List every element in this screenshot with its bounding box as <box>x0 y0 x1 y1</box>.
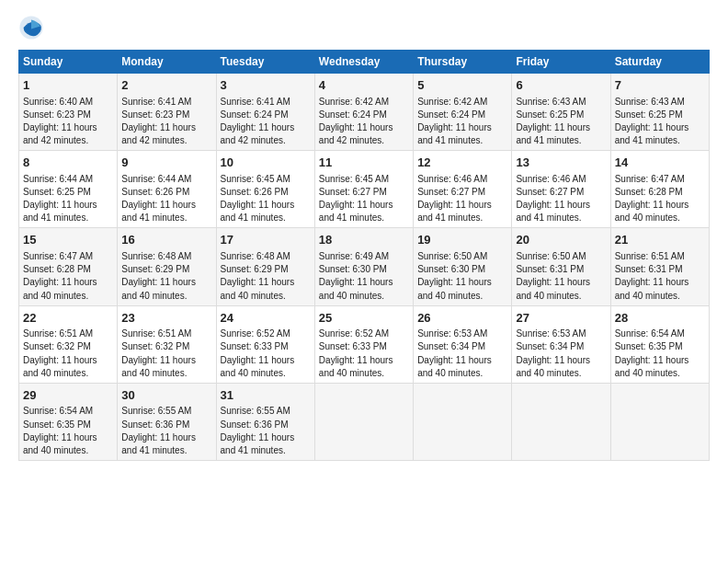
calendar-cell <box>414 383 512 460</box>
calendar-cell: 3Sunrise: 6:41 AMSunset: 6:24 PMDaylight… <box>216 74 314 151</box>
logo-icon <box>18 15 44 40</box>
header-row: SundayMondayTuesdayWednesdayThursdayFrid… <box>19 51 710 74</box>
day-number: 4 <box>319 77 409 94</box>
calendar-cell: 20Sunrise: 6:50 AMSunset: 6:31 PMDayligh… <box>512 228 610 305</box>
day-number: 28 <box>615 310 705 327</box>
day-number: 5 <box>417 77 507 94</box>
day-number: 14 <box>615 155 705 171</box>
day-number: 20 <box>516 232 606 248</box>
header-cell-monday: Monday <box>118 51 216 74</box>
calendar-cell: 30Sunrise: 6:55 AMSunset: 6:36 PMDayligh… <box>118 383 216 460</box>
calendar-cell: 13Sunrise: 6:46 AMSunset: 6:27 PMDayligh… <box>512 151 610 228</box>
day-number: 12 <box>417 155 507 171</box>
day-number: 16 <box>121 232 211 248</box>
day-number: 24 <box>221 310 311 327</box>
calendar-cell: 10Sunrise: 6:45 AMSunset: 6:26 PMDayligh… <box>216 151 314 228</box>
calendar-cell <box>314 383 413 460</box>
calendar-cell: 8Sunrise: 6:44 AMSunset: 6:25 PMDaylight… <box>19 151 118 228</box>
day-number: 8 <box>23 155 113 171</box>
cell-info: Sunrise: 6:55 AMSunset: 6:36 PMDaylight:… <box>221 406 295 455</box>
header-cell-thursday: Thursday <box>414 51 512 74</box>
day-number: 18 <box>319 232 409 248</box>
cell-info: Sunrise: 6:44 AMSunset: 6:26 PMDaylight:… <box>121 174 196 224</box>
cell-info: Sunrise: 6:45 AMSunset: 6:27 PMDaylight:… <box>319 174 393 224</box>
calendar-cell: 16Sunrise: 6:48 AMSunset: 6:29 PMDayligh… <box>118 228 216 305</box>
day-number: 15 <box>23 232 113 248</box>
calendar-cell: 4Sunrise: 6:42 AMSunset: 6:24 PMDaylight… <box>314 74 413 151</box>
calendar-table: SundayMondayTuesdayWednesdayThursdayFrid… <box>18 50 710 461</box>
calendar-cell: 23Sunrise: 6:51 AMSunset: 6:32 PMDayligh… <box>118 305 216 383</box>
calendar-cell <box>512 383 610 460</box>
calendar-cell: 9Sunrise: 6:44 AMSunset: 6:26 PMDaylight… <box>118 151 216 228</box>
week-row-5: 29Sunrise: 6:54 AMSunset: 6:35 PMDayligh… <box>19 383 710 460</box>
calendar-cell: 2Sunrise: 6:41 AMSunset: 6:23 PMDaylight… <box>118 74 216 151</box>
cell-info: Sunrise: 6:48 AMSunset: 6:29 PMDaylight:… <box>221 251 295 301</box>
cell-info: Sunrise: 6:52 AMSunset: 6:33 PMDaylight:… <box>221 328 295 378</box>
day-number: 11 <box>319 155 409 171</box>
calendar-cell: 19Sunrise: 6:50 AMSunset: 6:30 PMDayligh… <box>414 228 512 305</box>
cell-info: Sunrise: 6:49 AMSunset: 6:30 PMDaylight:… <box>319 251 393 301</box>
day-number: 7 <box>615 77 705 94</box>
cell-info: Sunrise: 6:52 AMSunset: 6:33 PMDaylight:… <box>319 328 393 378</box>
day-number: 3 <box>221 77 311 94</box>
day-number: 2 <box>121 77 211 94</box>
calendar-cell: 12Sunrise: 6:46 AMSunset: 6:27 PMDayligh… <box>414 151 512 228</box>
day-number: 17 <box>221 232 311 248</box>
cell-info: Sunrise: 6:43 AMSunset: 6:25 PMDaylight:… <box>615 97 689 146</box>
day-number: 13 <box>516 155 606 171</box>
calendar-cell <box>610 383 709 460</box>
cell-info: Sunrise: 6:42 AMSunset: 6:24 PMDaylight:… <box>417 97 492 146</box>
calendar-cell: 18Sunrise: 6:49 AMSunset: 6:30 PMDayligh… <box>314 228 413 305</box>
week-row-3: 15Sunrise: 6:47 AMSunset: 6:28 PMDayligh… <box>19 228 710 305</box>
day-number: 29 <box>23 387 113 404</box>
week-row-4: 22Sunrise: 6:51 AMSunset: 6:32 PMDayligh… <box>19 305 710 383</box>
day-number: 22 <box>23 310 113 327</box>
calendar-cell: 25Sunrise: 6:52 AMSunset: 6:33 PMDayligh… <box>314 305 413 383</box>
week-row-1: 1Sunrise: 6:40 AMSunset: 6:23 PMDaylight… <box>19 74 710 151</box>
header-cell-sunday: Sunday <box>19 51 118 74</box>
calendar-cell: 5Sunrise: 6:42 AMSunset: 6:24 PMDaylight… <box>414 74 512 151</box>
cell-info: Sunrise: 6:42 AMSunset: 6:24 PMDaylight:… <box>319 97 393 146</box>
day-number: 10 <box>221 155 311 171</box>
cell-info: Sunrise: 6:44 AMSunset: 6:25 PMDaylight:… <box>23 174 97 224</box>
day-number: 31 <box>221 387 311 404</box>
cell-info: Sunrise: 6:45 AMSunset: 6:26 PMDaylight:… <box>221 174 295 224</box>
calendar-cell: 6Sunrise: 6:43 AMSunset: 6:25 PMDaylight… <box>512 74 610 151</box>
cell-info: Sunrise: 6:55 AMSunset: 6:36 PMDaylight:… <box>121 406 196 455</box>
cell-info: Sunrise: 6:54 AMSunset: 6:35 PMDaylight:… <box>23 406 97 455</box>
day-number: 21 <box>615 232 705 248</box>
day-number: 19 <box>417 232 507 248</box>
calendar-cell: 27Sunrise: 6:53 AMSunset: 6:34 PMDayligh… <box>512 305 610 383</box>
calendar-cell: 26Sunrise: 6:53 AMSunset: 6:34 PMDayligh… <box>414 305 512 383</box>
calendar-cell: 21Sunrise: 6:51 AMSunset: 6:31 PMDayligh… <box>610 228 709 305</box>
cell-info: Sunrise: 6:46 AMSunset: 6:27 PMDaylight:… <box>417 174 492 224</box>
day-number: 9 <box>121 155 211 171</box>
header-cell-wednesday: Wednesday <box>314 51 413 74</box>
logo <box>18 15 48 40</box>
cell-info: Sunrise: 6:51 AMSunset: 6:32 PMDaylight:… <box>121 328 196 378</box>
cell-info: Sunrise: 6:48 AMSunset: 6:29 PMDaylight:… <box>121 251 196 301</box>
cell-info: Sunrise: 6:46 AMSunset: 6:27 PMDaylight:… <box>516 174 590 224</box>
day-number: 27 <box>516 310 606 327</box>
cell-info: Sunrise: 6:43 AMSunset: 6:25 PMDaylight:… <box>516 97 590 146</box>
day-number: 26 <box>417 310 507 327</box>
calendar-cell: 24Sunrise: 6:52 AMSunset: 6:33 PMDayligh… <box>216 305 314 383</box>
header <box>18 15 710 40</box>
day-number: 6 <box>516 77 606 94</box>
calendar-cell: 28Sunrise: 6:54 AMSunset: 6:35 PMDayligh… <box>610 305 709 383</box>
cell-info: Sunrise: 6:47 AMSunset: 6:28 PMDaylight:… <box>615 174 689 224</box>
cell-info: Sunrise: 6:53 AMSunset: 6:34 PMDaylight:… <box>417 328 492 378</box>
calendar-cell: 11Sunrise: 6:45 AMSunset: 6:27 PMDayligh… <box>314 151 413 228</box>
calendar-cell: 29Sunrise: 6:54 AMSunset: 6:35 PMDayligh… <box>19 383 118 460</box>
cell-info: Sunrise: 6:51 AMSunset: 6:31 PMDaylight:… <box>615 251 689 301</box>
cell-info: Sunrise: 6:54 AMSunset: 6:35 PMDaylight:… <box>615 328 689 378</box>
cell-info: Sunrise: 6:53 AMSunset: 6:34 PMDaylight:… <box>516 328 590 378</box>
header-cell-friday: Friday <box>512 51 610 74</box>
cell-info: Sunrise: 6:50 AMSunset: 6:31 PMDaylight:… <box>516 251 590 301</box>
calendar-cell: 22Sunrise: 6:51 AMSunset: 6:32 PMDayligh… <box>19 305 118 383</box>
page: SundayMondayTuesdayWednesdayThursdayFrid… <box>0 0 728 563</box>
day-number: 25 <box>319 310 409 327</box>
cell-info: Sunrise: 6:47 AMSunset: 6:28 PMDaylight:… <box>23 251 97 301</box>
header-cell-saturday: Saturday <box>610 51 709 74</box>
calendar-cell: 31Sunrise: 6:55 AMSunset: 6:36 PMDayligh… <box>216 383 314 460</box>
